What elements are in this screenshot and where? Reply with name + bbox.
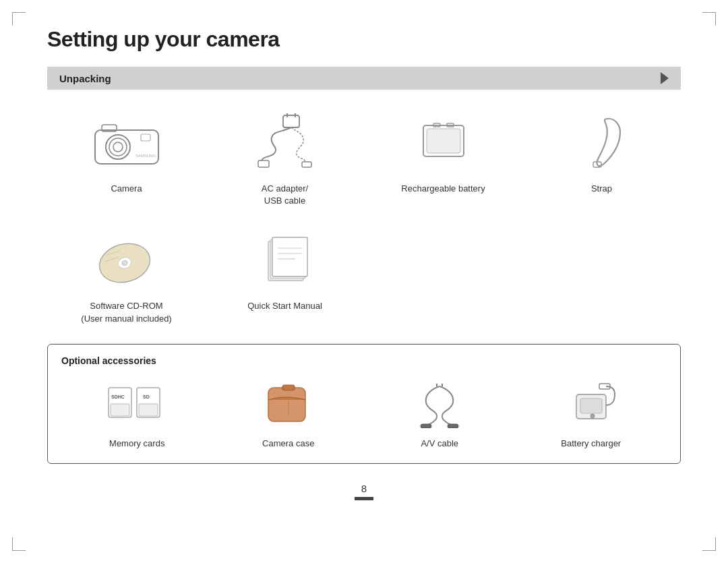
optional-accessories-box: Optional accessories SDHC SD: [47, 344, 681, 464]
camera-label: Camera: [111, 183, 142, 195]
unpacking-section-header: Unpacking: [47, 67, 681, 90]
optional-items-row: SDHC SD Memory cards: [61, 377, 667, 450]
svg-rect-24: [272, 237, 307, 276]
ac-adapter-icon: [248, 109, 322, 176]
svg-rect-29: [111, 404, 129, 416]
svg-text:SD: SD: [143, 394, 150, 399]
optional-item-memory-cards: SDHC SD Memory cards: [61, 377, 213, 450]
cdrom-icon: [90, 226, 164, 293]
item-cdrom: Software CD-ROM(User manual included): [47, 226, 206, 324]
optional-item-battery-charger: Battery charger: [516, 377, 667, 450]
unpacking-row-2: Software CD-ROM(User manual included) Qu…: [47, 226, 681, 324]
svg-rect-10: [258, 160, 269, 167]
camera-icon: SAMSUNG: [90, 109, 164, 176]
svg-point-43: [590, 414, 595, 418]
svg-rect-38: [448, 424, 458, 428]
svg-rect-32: [139, 404, 158, 416]
svg-rect-37: [421, 424, 431, 428]
svg-rect-35: [282, 385, 295, 390]
ac-adapter-label: AC adapter/USB cable: [262, 183, 308, 207]
svg-rect-5: [141, 134, 150, 141]
svg-rect-7: [283, 115, 299, 127]
unpacking-row-1: SAMSUNG Camera: [47, 109, 681, 207]
av-cable-label: A/V cable: [421, 438, 458, 450]
unpacking-header-title: Unpacking: [59, 73, 111, 84]
svg-rect-42: [580, 398, 602, 413]
svg-text:SAMSUNG: SAMSUNG: [135, 154, 156, 158]
svg-rect-11: [302, 162, 311, 167]
camera-case-label: Camera case: [262, 438, 314, 450]
strap-label: Strap: [591, 183, 612, 195]
page-number-bar: [355, 497, 373, 500]
corner-mark-bl: [12, 537, 26, 551]
optional-item-av-cable: A/V cable: [364, 377, 516, 450]
battery-icon: [413, 109, 474, 176]
svg-text:SDHC: SDHC: [111, 394, 125, 399]
corner-mark-br: [702, 537, 716, 551]
corner-mark-tr: [702, 12, 716, 26]
camera-case-icon: [258, 377, 319, 431]
svg-point-2: [109, 138, 127, 156]
item-ac-adapter: AC adapter/USB cable: [206, 109, 364, 207]
svg-rect-13: [427, 129, 460, 153]
memory-cards-icon: SDHC SD: [103, 377, 171, 431]
svg-point-3: [113, 142, 123, 152]
page-title: Setting up your camera: [47, 27, 681, 52]
optional-item-camera-case: Camera case: [213, 377, 365, 450]
battery-label: Rechargeable battery: [401, 183, 485, 195]
optional-header-title: Optional accessories: [61, 355, 667, 366]
battery-charger-label: Battery charger: [561, 438, 621, 450]
cdrom-label: Software CD-ROM(User manual included): [81, 300, 171, 324]
strap-icon: [572, 109, 632, 176]
item-camera: SAMSUNG Camera: [47, 109, 206, 195]
item-strap: Strap: [522, 109, 681, 195]
manual-icon: [248, 226, 322, 293]
page-number-area: 8: [47, 483, 681, 500]
page-number-text: 8: [361, 483, 367, 494]
av-cable-icon: [406, 377, 473, 431]
svg-rect-34: [268, 388, 305, 421]
item-manual: Quick Start Manual: [206, 226, 364, 312]
corner-mark-tl: [12, 12, 26, 26]
manual-label: Quick Start Manual: [247, 300, 322, 312]
battery-charger-icon: [557, 377, 625, 431]
section-arrow-icon: [661, 72, 669, 84]
item-battery: Rechargeable battery: [364, 109, 522, 195]
memory-cards-label: Memory cards: [109, 438, 164, 450]
page-container: Setting up your camera Unpacking: [47, 0, 681, 500]
